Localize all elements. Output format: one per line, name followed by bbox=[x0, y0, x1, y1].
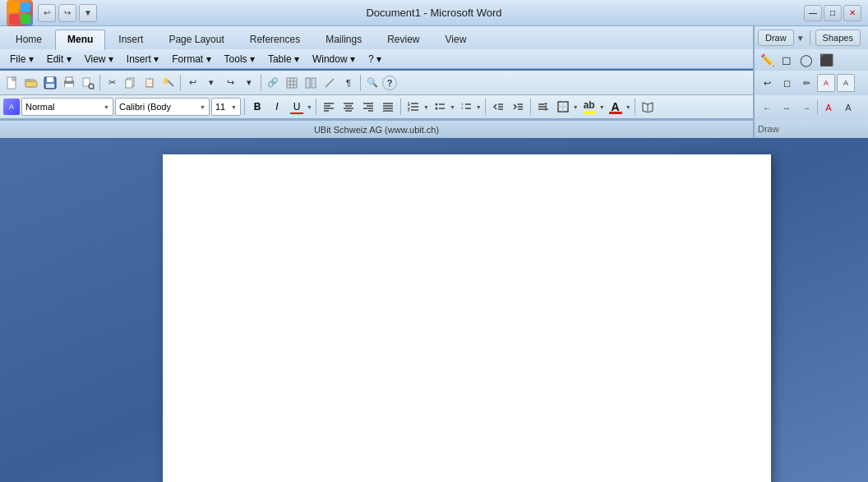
bullets-arrow[interactable]: ▼ bbox=[450, 104, 455, 110]
draw-status-right: Draw bbox=[753, 120, 868, 138]
draw-tab[interactable]: Draw bbox=[758, 30, 794, 46]
align-right-button[interactable] bbox=[359, 98, 377, 116]
draw-label: Draw bbox=[758, 124, 779, 134]
redo-dropdown[interactable]: ▾ bbox=[240, 74, 258, 92]
tab-insert[interactable]: Insert bbox=[106, 30, 155, 50]
status-bar-main: UBit Schweiz AG (www.ubit.ch) bbox=[0, 120, 753, 138]
save-button[interactable] bbox=[41, 74, 59, 92]
align-center-button[interactable] bbox=[339, 98, 358, 116]
status-text: UBit Schweiz AG (www.ubit.ch) bbox=[314, 125, 439, 135]
undo-button[interactable]: ↩ bbox=[183, 74, 201, 92]
document-page[interactable] bbox=[163, 154, 771, 482]
shapes-tab[interactable]: Shapes bbox=[815, 30, 861, 46]
columns-button[interactable] bbox=[302, 74, 320, 92]
menu-tools[interactable]: Tools ▾ bbox=[218, 52, 261, 67]
font-color-button[interactable]: A bbox=[607, 98, 625, 116]
cut-button[interactable]: ✂ bbox=[103, 74, 121, 92]
menu-window[interactable]: Window ▾ bbox=[306, 52, 362, 67]
indent-decrease-button[interactable] bbox=[489, 98, 507, 116]
tab-references[interactable]: References bbox=[238, 30, 312, 50]
draw-action2[interactable]: ✏ bbox=[797, 74, 815, 92]
maximize-button[interactable]: □ bbox=[824, 5, 842, 21]
font-dropdown[interactable]: Calibri (Body ▼ bbox=[115, 98, 210, 116]
draw-icon-3[interactable]: ◯ bbox=[797, 51, 815, 69]
draw-undo[interactable]: ↩ bbox=[758, 74, 776, 92]
svg-point-50 bbox=[435, 103, 437, 106]
menu-edit[interactable]: Edit ▾ bbox=[40, 52, 78, 67]
draw-action1[interactable]: ◻ bbox=[778, 74, 796, 92]
borders-arrow[interactable]: ▼ bbox=[573, 104, 579, 110]
draw-icon-2[interactable]: ◻ bbox=[778, 51, 796, 69]
numbering-arrow[interactable]: ▼ bbox=[476, 104, 482, 110]
menu-insert[interactable]: Insert ▾ bbox=[120, 52, 165, 67]
draw-right-A2[interactable]: A bbox=[839, 99, 857, 117]
justify-button[interactable] bbox=[379, 98, 397, 116]
zoom-button[interactable]: 🔍 bbox=[363, 74, 381, 92]
menu-help[interactable]: ? ▾ bbox=[362, 52, 388, 67]
draw-right-btn2[interactable]: ↔ bbox=[778, 99, 796, 117]
hyperlink-button[interactable]: 🔗 bbox=[264, 74, 282, 92]
tab-review[interactable]: Review bbox=[375, 30, 432, 50]
line-spacing-arrow[interactable]: ▼ bbox=[423, 104, 429, 110]
draw-color1[interactable]: A bbox=[817, 74, 835, 92]
copy-button[interactable] bbox=[122, 74, 140, 92]
size-dropdown[interactable]: 11 ▼ bbox=[211, 98, 241, 116]
minimize-button[interactable]: — bbox=[804, 5, 822, 21]
bullets-button[interactable] bbox=[431, 98, 449, 116]
close-button[interactable]: ✕ bbox=[843, 5, 861, 21]
format-painter-button[interactable] bbox=[159, 74, 178, 92]
sort-button[interactable] bbox=[534, 98, 552, 116]
print-button[interactable] bbox=[60, 74, 78, 92]
new-button[interactable] bbox=[3, 74, 21, 92]
menu-file[interactable]: File ▾ bbox=[3, 52, 40, 67]
menu-format[interactable]: Format ▾ bbox=[165, 52, 217, 67]
indent-increase-button[interactable] bbox=[509, 98, 527, 116]
highlight-button[interactable]: ab bbox=[580, 98, 598, 116]
print-preview-button[interactable] bbox=[79, 74, 97, 92]
menu-table[interactable]: Table ▾ bbox=[261, 52, 306, 67]
tab-page-layout[interactable]: Page Layout bbox=[156, 30, 236, 50]
draw-color2[interactable]: A bbox=[837, 74, 855, 92]
open-button[interactable] bbox=[22, 74, 40, 92]
fmt-sep2 bbox=[316, 99, 316, 115]
align-left-button[interactable] bbox=[320, 98, 338, 116]
draw-icon-1[interactable]: ✏️ bbox=[758, 51, 776, 69]
drawing-button[interactable] bbox=[321, 74, 339, 92]
draw-right-btn1[interactable]: ← bbox=[758, 99, 776, 117]
help-button[interactable]: ? bbox=[382, 76, 397, 90]
document-area bbox=[0, 138, 868, 482]
sep1 bbox=[99, 75, 100, 91]
draw-right-A1[interactable]: A bbox=[820, 99, 838, 117]
redo-button[interactable]: ↪ bbox=[221, 74, 239, 92]
customize-button[interactable]: ▼ bbox=[79, 4, 97, 22]
line-spacing-button[interactable] bbox=[404, 98, 422, 116]
table-button[interactable] bbox=[283, 74, 301, 92]
draw-right-btn3[interactable]: → bbox=[797, 99, 815, 117]
draw-icon-4[interactable]: ⬛ bbox=[817, 51, 835, 69]
menu-view[interactable]: View ▾ bbox=[78, 52, 120, 67]
paste-button[interactable]: 📋 bbox=[141, 74, 159, 92]
show-formatting-button[interactable]: ¶ bbox=[339, 74, 358, 92]
numbering-button[interactable]: 1.2. bbox=[457, 98, 475, 116]
underline-button[interactable]: U bbox=[288, 98, 306, 116]
title-bar: ↩ ↪ ▼ Document1 - Microsoft Word — □ ✕ bbox=[0, 0, 868, 26]
undo-dropdown[interactable]: ▾ bbox=[202, 74, 220, 92]
redo-button[interactable]: ↪ bbox=[58, 4, 76, 22]
borders-button[interactable] bbox=[554, 98, 572, 116]
font-color-arrow[interactable]: ▼ bbox=[626, 104, 631, 110]
highlight-arrow[interactable]: ▼ bbox=[599, 104, 605, 110]
tab-view[interactable]: View bbox=[433, 30, 479, 50]
tab-home[interactable]: Home bbox=[3, 30, 54, 50]
bold-button[interactable]: B bbox=[248, 98, 266, 116]
italic-button[interactable]: I bbox=[268, 98, 286, 116]
svg-line-18 bbox=[94, 88, 95, 89]
style-dropdown[interactable]: Normal ▼ bbox=[21, 98, 113, 116]
toolbar-row-1: ✂ 📋 ↩ ▾ ↪ ▾ 🔗 bbox=[0, 71, 753, 95]
tab-menu[interactable]: Menu bbox=[55, 30, 105, 50]
undo-button[interactable]: ↩ bbox=[38, 4, 56, 22]
underline-arrow[interactable]: ▼ bbox=[307, 104, 312, 110]
reading-view-button[interactable] bbox=[639, 98, 657, 116]
status-bar: UBit Schweiz AG (www.ubit.ch) bbox=[0, 120, 753, 138]
tab-mailings[interactable]: Mailings bbox=[313, 30, 374, 50]
svg-point-51 bbox=[435, 108, 437, 110]
